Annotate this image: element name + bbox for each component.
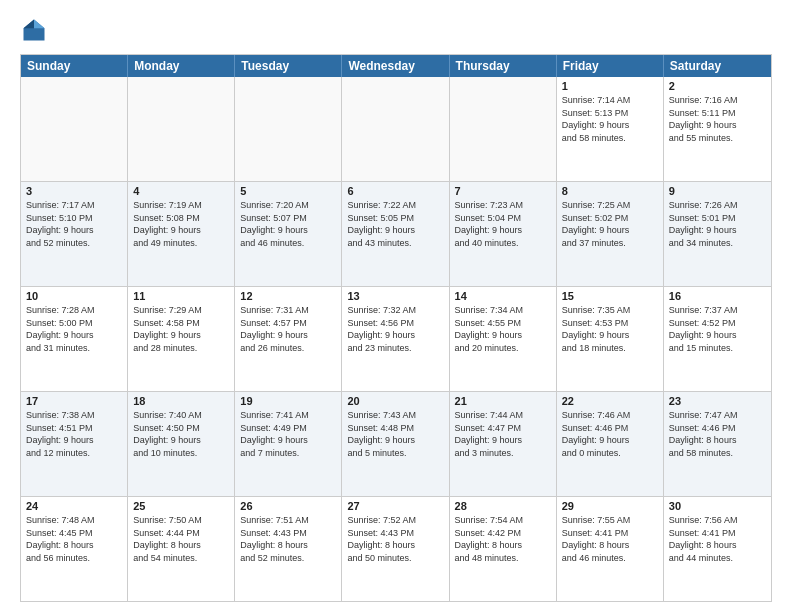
calendar-cell-3-4: 13Sunrise: 7:32 AM Sunset: 4:56 PM Dayli… <box>342 287 449 391</box>
day-number: 4 <box>133 185 229 197</box>
header-day-friday: Friday <box>557 55 664 77</box>
day-number: 10 <box>26 290 122 302</box>
calendar: SundayMondayTuesdayWednesdayThursdayFrid… <box>20 54 772 602</box>
day-number: 29 <box>562 500 658 512</box>
calendar-cell-2-3: 5Sunrise: 7:20 AM Sunset: 5:07 PM Daylig… <box>235 182 342 286</box>
page: SundayMondayTuesdayWednesdayThursdayFrid… <box>0 0 792 612</box>
calendar-cell-2-5: 7Sunrise: 7:23 AM Sunset: 5:04 PM Daylig… <box>450 182 557 286</box>
calendar-cell-2-6: 8Sunrise: 7:25 AM Sunset: 5:02 PM Daylig… <box>557 182 664 286</box>
calendar-cell-4-6: 22Sunrise: 7:46 AM Sunset: 4:46 PM Dayli… <box>557 392 664 496</box>
day-number: 22 <box>562 395 658 407</box>
calendar-cell-1-5 <box>450 77 557 181</box>
header-day-saturday: Saturday <box>664 55 771 77</box>
svg-marker-2 <box>24 20 35 29</box>
calendar-cell-1-6: 1Sunrise: 7:14 AM Sunset: 5:13 PM Daylig… <box>557 77 664 181</box>
calendar-cell-3-5: 14Sunrise: 7:34 AM Sunset: 4:55 PM Dayli… <box>450 287 557 391</box>
calendar-cell-3-2: 11Sunrise: 7:29 AM Sunset: 4:58 PM Dayli… <box>128 287 235 391</box>
day-info: Sunrise: 7:50 AM Sunset: 4:44 PM Dayligh… <box>133 514 229 564</box>
day-info: Sunrise: 7:29 AM Sunset: 4:58 PM Dayligh… <box>133 304 229 354</box>
day-info: Sunrise: 7:51 AM Sunset: 4:43 PM Dayligh… <box>240 514 336 564</box>
day-info: Sunrise: 7:54 AM Sunset: 4:42 PM Dayligh… <box>455 514 551 564</box>
calendar-cell-2-1: 3Sunrise: 7:17 AM Sunset: 5:10 PM Daylig… <box>21 182 128 286</box>
calendar-cell-1-2 <box>128 77 235 181</box>
day-number: 12 <box>240 290 336 302</box>
day-number: 16 <box>669 290 766 302</box>
calendar-cell-4-5: 21Sunrise: 7:44 AM Sunset: 4:47 PM Dayli… <box>450 392 557 496</box>
day-number: 24 <box>26 500 122 512</box>
calendar-cell-4-4: 20Sunrise: 7:43 AM Sunset: 4:48 PM Dayli… <box>342 392 449 496</box>
day-number: 19 <box>240 395 336 407</box>
day-number: 28 <box>455 500 551 512</box>
header-day-wednesday: Wednesday <box>342 55 449 77</box>
day-info: Sunrise: 7:44 AM Sunset: 4:47 PM Dayligh… <box>455 409 551 459</box>
calendar-cell-5-1: 24Sunrise: 7:48 AM Sunset: 4:45 PM Dayli… <box>21 497 128 601</box>
day-number: 11 <box>133 290 229 302</box>
day-number: 5 <box>240 185 336 197</box>
day-info: Sunrise: 7:35 AM Sunset: 4:53 PM Dayligh… <box>562 304 658 354</box>
calendar-row-1: 1Sunrise: 7:14 AM Sunset: 5:13 PM Daylig… <box>21 77 771 181</box>
day-number: 20 <box>347 395 443 407</box>
svg-marker-1 <box>34 20 45 29</box>
header-day-tuesday: Tuesday <box>235 55 342 77</box>
day-number: 17 <box>26 395 122 407</box>
day-number: 2 <box>669 80 766 92</box>
calendar-cell-5-5: 28Sunrise: 7:54 AM Sunset: 4:42 PM Dayli… <box>450 497 557 601</box>
day-info: Sunrise: 7:38 AM Sunset: 4:51 PM Dayligh… <box>26 409 122 459</box>
calendar-row-3: 10Sunrise: 7:28 AM Sunset: 5:00 PM Dayli… <box>21 286 771 391</box>
calendar-cell-3-1: 10Sunrise: 7:28 AM Sunset: 5:00 PM Dayli… <box>21 287 128 391</box>
day-info: Sunrise: 7:41 AM Sunset: 4:49 PM Dayligh… <box>240 409 336 459</box>
calendar-cell-2-7: 9Sunrise: 7:26 AM Sunset: 5:01 PM Daylig… <box>664 182 771 286</box>
calendar-cell-2-4: 6Sunrise: 7:22 AM Sunset: 5:05 PM Daylig… <box>342 182 449 286</box>
day-info: Sunrise: 7:19 AM Sunset: 5:08 PM Dayligh… <box>133 199 229 249</box>
day-info: Sunrise: 7:22 AM Sunset: 5:05 PM Dayligh… <box>347 199 443 249</box>
day-number: 21 <box>455 395 551 407</box>
calendar-cell-3-6: 15Sunrise: 7:35 AM Sunset: 4:53 PM Dayli… <box>557 287 664 391</box>
day-number: 15 <box>562 290 658 302</box>
day-number: 13 <box>347 290 443 302</box>
logo-icon <box>20 16 48 44</box>
day-info: Sunrise: 7:31 AM Sunset: 4:57 PM Dayligh… <box>240 304 336 354</box>
day-number: 6 <box>347 185 443 197</box>
calendar-cell-4-3: 19Sunrise: 7:41 AM Sunset: 4:49 PM Dayli… <box>235 392 342 496</box>
calendar-row-2: 3Sunrise: 7:17 AM Sunset: 5:10 PM Daylig… <box>21 181 771 286</box>
day-number: 30 <box>669 500 766 512</box>
day-number: 23 <box>669 395 766 407</box>
calendar-cell-5-2: 25Sunrise: 7:50 AM Sunset: 4:44 PM Dayli… <box>128 497 235 601</box>
day-info: Sunrise: 7:48 AM Sunset: 4:45 PM Dayligh… <box>26 514 122 564</box>
day-info: Sunrise: 7:25 AM Sunset: 5:02 PM Dayligh… <box>562 199 658 249</box>
day-info: Sunrise: 7:28 AM Sunset: 5:00 PM Dayligh… <box>26 304 122 354</box>
day-info: Sunrise: 7:14 AM Sunset: 5:13 PM Dayligh… <box>562 94 658 144</box>
calendar-cell-1-3 <box>235 77 342 181</box>
calendar-cell-5-7: 30Sunrise: 7:56 AM Sunset: 4:41 PM Dayli… <box>664 497 771 601</box>
day-info: Sunrise: 7:43 AM Sunset: 4:48 PM Dayligh… <box>347 409 443 459</box>
header-day-monday: Monday <box>128 55 235 77</box>
calendar-cell-2-2: 4Sunrise: 7:19 AM Sunset: 5:08 PM Daylig… <box>128 182 235 286</box>
day-info: Sunrise: 7:47 AM Sunset: 4:46 PM Dayligh… <box>669 409 766 459</box>
calendar-cell-1-7: 2Sunrise: 7:16 AM Sunset: 5:11 PM Daylig… <box>664 77 771 181</box>
day-info: Sunrise: 7:20 AM Sunset: 5:07 PM Dayligh… <box>240 199 336 249</box>
day-info: Sunrise: 7:46 AM Sunset: 4:46 PM Dayligh… <box>562 409 658 459</box>
calendar-header: SundayMondayTuesdayWednesdayThursdayFrid… <box>21 55 771 77</box>
logo <box>20 16 52 44</box>
calendar-cell-1-1 <box>21 77 128 181</box>
day-info: Sunrise: 7:55 AM Sunset: 4:41 PM Dayligh… <box>562 514 658 564</box>
day-info: Sunrise: 7:17 AM Sunset: 5:10 PM Dayligh… <box>26 199 122 249</box>
header <box>20 16 772 44</box>
day-number: 14 <box>455 290 551 302</box>
day-number: 26 <box>240 500 336 512</box>
calendar-cell-4-1: 17Sunrise: 7:38 AM Sunset: 4:51 PM Dayli… <box>21 392 128 496</box>
header-day-thursday: Thursday <box>450 55 557 77</box>
day-info: Sunrise: 7:16 AM Sunset: 5:11 PM Dayligh… <box>669 94 766 144</box>
day-number: 27 <box>347 500 443 512</box>
calendar-cell-5-4: 27Sunrise: 7:52 AM Sunset: 4:43 PM Dayli… <box>342 497 449 601</box>
calendar-cell-5-6: 29Sunrise: 7:55 AM Sunset: 4:41 PM Dayli… <box>557 497 664 601</box>
calendar-row-5: 24Sunrise: 7:48 AM Sunset: 4:45 PM Dayli… <box>21 496 771 601</box>
day-info: Sunrise: 7:37 AM Sunset: 4:52 PM Dayligh… <box>669 304 766 354</box>
day-info: Sunrise: 7:40 AM Sunset: 4:50 PM Dayligh… <box>133 409 229 459</box>
calendar-body: 1Sunrise: 7:14 AM Sunset: 5:13 PM Daylig… <box>21 77 771 601</box>
calendar-cell-1-4 <box>342 77 449 181</box>
day-info: Sunrise: 7:56 AM Sunset: 4:41 PM Dayligh… <box>669 514 766 564</box>
day-number: 25 <box>133 500 229 512</box>
day-number: 8 <box>562 185 658 197</box>
calendar-cell-4-2: 18Sunrise: 7:40 AM Sunset: 4:50 PM Dayli… <box>128 392 235 496</box>
